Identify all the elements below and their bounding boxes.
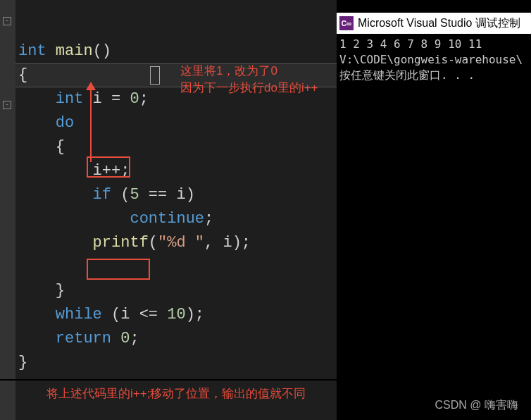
keyword: continue	[18, 210, 204, 228]
function-name: printf	[18, 234, 149, 252]
punct: (	[149, 234, 158, 252]
keyword: int	[18, 90, 83, 108]
number: 5	[130, 186, 139, 204]
punct: ;	[204, 210, 213, 228]
punct: )	[186, 186, 195, 204]
debug-console[interactable]: C∞ Microsoft Visual Studio 调试控制 1 2 3 4 …	[337, 0, 531, 420]
editor-gutter: - -	[0, 0, 15, 420]
punct: );	[232, 234, 251, 252]
keyword: return	[18, 330, 111, 347]
punct: );	[186, 306, 204, 323]
punct: (	[111, 186, 130, 204]
fold-icon[interactable]: -	[3, 101, 11, 109]
operator: <=	[130, 306, 167, 323]
brace: {	[18, 138, 65, 156]
identifier: i	[120, 306, 130, 323]
operator: ==	[139, 186, 177, 204]
output-line: 1 2 3 4 6 7 8 9 10 11	[339, 37, 482, 51]
annotation-top-2: 因为下一步执行do里的i++	[180, 80, 318, 96]
brace: }	[18, 282, 65, 299]
divider	[0, 379, 337, 381]
watermark: CSDN @ 嗨害嗨	[435, 398, 518, 413]
output-prompt: 按任意键关闭此窗口. . .	[339, 68, 475, 82]
number: 0	[111, 330, 130, 347]
annotation-bottom: 将上述代码里的i++;移动了位置，输出的值就不同	[46, 386, 306, 402]
punct: ()	[93, 42, 111, 60]
fold-icon[interactable]: -	[3, 17, 11, 25]
keyword: while	[18, 306, 102, 323]
console-title-text: Microsoft Visual Studio 调试控制	[358, 16, 520, 31]
function-name: main	[46, 42, 93, 60]
keyword: int	[18, 42, 46, 60]
string: "%d "	[158, 234, 204, 252]
highlight-box-ipp	[87, 156, 130, 178]
code-editor[interactable]: - - int main() { int i = 0; do { i++; if…	[0, 0, 337, 420]
punct: ;	[130, 330, 139, 347]
identifier: i	[176, 186, 185, 204]
annotation-top-1: 这里将1，改为了0	[180, 63, 277, 79]
output-path: V:\CODE\gongweis-warehouse\	[339, 53, 523, 66]
arrow-icon	[90, 83, 92, 162]
number: 0	[130, 90, 139, 108]
punct: (	[102, 306, 120, 323]
number: 10	[167, 306, 185, 323]
highlight-box-empty	[87, 259, 150, 280]
visual-studio-icon: C∞	[339, 16, 354, 30]
punct: ,	[204, 234, 223, 252]
brace: }	[18, 354, 27, 371]
punct: ;	[139, 90, 149, 108]
keyword: do	[18, 114, 74, 132]
keyword: if	[18, 186, 111, 204]
identifier: i	[223, 234, 232, 252]
console-title-bar: C∞ Microsoft Visual Studio 调试控制	[337, 13, 531, 34]
console-output: 1 2 3 4 6 7 8 9 10 11 V:\CODE\gongweis-w…	[339, 37, 523, 83]
brace: {	[18, 66, 27, 84]
